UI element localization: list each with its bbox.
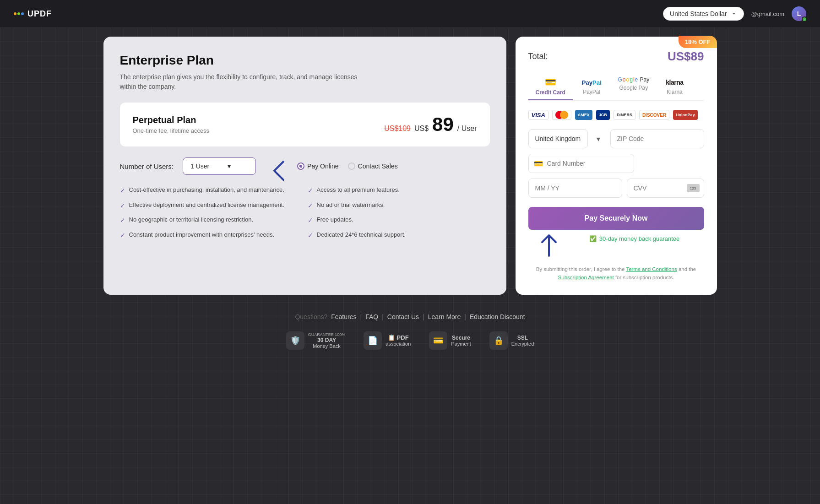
logo-icon [14,12,24,15]
feature-2: ✓ Effective deployment and centralized l… [120,201,302,211]
currency-label: United States Dollar [670,10,727,17]
card-number-wrapper: 💳 [528,154,704,173]
tab-klarna[interactable]: klarna Klarna [658,73,690,100]
users-select[interactable]: 1 User ▾ [183,157,256,175]
footer-link-education[interactable]: Education Discount [470,313,525,320]
features-grid: ✓ Cost-effective in purchasing, installa… [120,186,490,240]
pricing-amount: US$109 US$ 89 / User [384,114,477,135]
avatar[interactable]: L [792,6,806,21]
google-pay-icon: Google Pay [618,76,650,83]
zip-code-input[interactable] [610,129,704,148]
contact-sales-radio[interactable] [348,163,355,170]
tab-klarna-label: Klarna [667,89,683,95]
pay-online-option[interactable]: Pay Online [297,163,338,170]
subscription-link[interactable]: Subscription Agreement [558,275,614,280]
tab-google-pay[interactable]: Google Pay Google Pay [611,73,657,100]
payment-method-radio-group: Pay Online Contact Sales [297,163,398,170]
badge-secure-text: Secure Payment [451,335,471,347]
footer-sep-2: | [382,313,384,320]
footer-badges: 🛡️ GUARANTEE 100% 30 DAY Money Back 📄 📋 … [9,331,811,363]
users-label: Number of Users: [120,163,174,170]
money-back-text: 30-day money back guarantee [599,235,680,242]
tab-paypal[interactable]: PayPal PayPal [575,73,609,100]
terms-text-2: and the [679,266,696,272]
tab-paypal-label: PayPal [583,89,600,95]
total-amount: US$89 [668,49,704,64]
users-select-value: 1 User [190,163,209,170]
badge-pdf-text: 📋 PDF association [386,334,411,347]
footer-link-learn[interactable]: Learn More [428,313,461,320]
pay-now-button[interactable]: Pay Securely Now [528,207,704,230]
badge-secure-subtitle: Payment [451,341,471,347]
check-icon-6: ✓ [308,201,313,211]
badge-ssl-text: SSL Encrypted [511,335,534,347]
logo-dot-2 [17,12,20,15]
amex-logo: AMEX [575,110,592,120]
badge-ssl: 🔒 SSL Encrypted [489,331,534,350]
footer-sep-1: | [360,313,362,320]
terms-text: By submitting this order, I agree to the… [528,265,704,282]
arrow-indicator-icon [270,159,293,182]
footer-link-features[interactable]: Features [331,313,356,320]
header: UPDF United States Dollar @gmail.com L [0,0,820,27]
check-icon-7: ✓ [308,216,313,225]
check-circle-icon: ✅ [589,235,597,242]
badge-money-back-text: GUARANTEE 100% 30 DAY Money Back [308,332,346,349]
credit-card-icon: 💳 [545,76,556,87]
terms-link[interactable]: Terms and Conditions [626,266,677,272]
secure-payment-icon: 💳 [429,331,447,350]
cvv-wrapper: 123 [627,179,704,198]
card-number-input[interactable] [528,154,634,173]
footer-link-contact[interactable]: Contact Us [387,313,419,320]
pricing-plan-subtitle: One-time fee, lifetime access [133,127,210,134]
country-select[interactable]: United Kingdom United States [528,129,588,148]
main-content: Enterprise Plan The enterprise plan give… [90,27,731,304]
price-suffix: / User [457,125,477,133]
diners-logo: DINERS [614,110,635,120]
badge-pdf-title: 📋 PDF [386,334,411,341]
left-panel: Enterprise Plan The enterprise plan give… [103,37,506,295]
currency-selector[interactable]: United States Dollar [663,7,744,21]
feature-3: ✓ No geographic or territorial licensing… [120,216,302,225]
feature-text-2: Effective deployment and centralized lic… [129,201,284,209]
feature-text-1: Cost-effective in purchasing, installati… [129,186,284,194]
badge-ssl-title: SSL [511,335,534,341]
pdf-badge-icon: 📄 [364,331,382,350]
right-panel: 18% OFF Total: US$89 💳 Credit Card PayPa… [516,37,717,295]
header-right: United States Dollar @gmail.com L [663,6,806,21]
footer-link-faq[interactable]: FAQ [365,313,378,320]
badge-moneyback-text: Money Back [308,343,346,349]
feature-7: ✓ Free updates. [308,216,490,225]
expiry-cvv-row: 123 [528,179,704,198]
avatar-online-badge [802,16,807,22]
feature-text-8: Dedicated 24*6 technical support. [317,231,406,239]
contact-sales-label: Contact Sales [358,163,398,170]
badge-ssl-subtitle: Encrypted [511,341,534,347]
tab-credit-card-label: Credit Card [536,89,565,96]
check-icon-2: ✓ [120,201,125,211]
pricing-plan-title: Perpetual Plan [133,115,210,125]
price-value: 89 [432,114,454,135]
feature-8: ✓ Dedicated 24*6 technical support. [308,231,490,240]
footer: Questions? Features | FAQ | Contact Us |… [0,304,820,373]
pay-online-radio[interactable] [297,163,304,170]
mc-circle-orange [560,111,568,119]
check-icon-1: ✓ [120,186,125,195]
badge-secure-payment: 💳 Secure Payment [429,331,471,350]
tab-google-pay-label: Google Pay [619,85,648,91]
contact-sales-option[interactable]: Contact Sales [348,163,398,170]
discover-logo: DISCOVER [639,110,669,120]
unionpay-logo: UnionPay [673,110,698,120]
mastercard-logo [552,110,571,120]
pay-online-label: Pay Online [307,163,338,170]
logo: UPDF [14,9,52,19]
badge-guarantee-text: GUARANTEE 100% [308,332,346,337]
plan-description: The enterprise plan gives you the flexib… [120,72,372,92]
jcb-logo: JCB [596,110,610,120]
footer-sep-4: | [464,313,466,320]
tab-credit-card[interactable]: 💳 Credit Card [528,73,573,100]
payment-tabs: 💳 Credit Card PayPal PayPal Google Pay G… [528,73,704,101]
feature-5: ✓ Access to all premium features. [308,186,490,195]
expiry-input[interactable] [528,179,622,198]
feature-text-6: No ad or trial watermarks. [317,201,385,209]
